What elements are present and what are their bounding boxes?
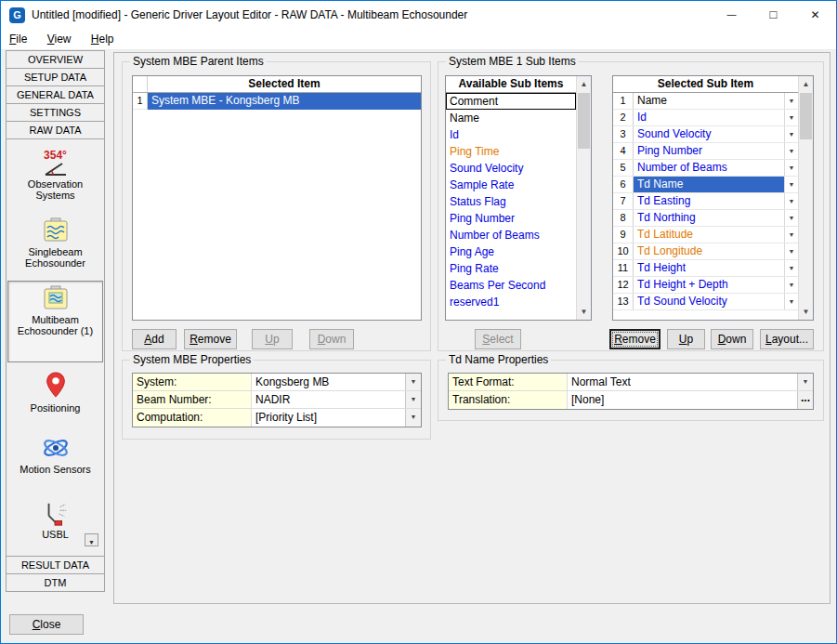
scroll-up-arrow-icon[interactable]: [799, 76, 813, 92]
list-item[interactable]: Name: [446, 110, 576, 126]
table-row[interactable]: 8 Td Northing: [613, 210, 798, 227]
text-format-value[interactable]: Normal Text: [568, 374, 797, 390]
scroll-down-arrow-icon[interactable]: [799, 304, 813, 320]
chevron-down-icon[interactable]: [784, 143, 798, 159]
chevron-down-icon[interactable]: [405, 374, 421, 390]
sidebar-item-dtm[interactable]: DTM: [6, 573, 105, 592]
chevron-down-icon[interactable]: [784, 110, 798, 125]
more-systems-button[interactable]: [85, 533, 98, 546]
list-item[interactable]: Ping Time: [446, 143, 576, 160]
list-item[interactable]: Sound Velocity: [446, 160, 576, 177]
layout-button[interactable]: Layout...: [760, 329, 814, 349]
ellipsis-button[interactable]: ...: [797, 391, 813, 409]
selected-sub-items-table[interactable]: Selected Sub Item 1 Name 2 Id 3 Sound Ve…: [612, 75, 814, 321]
remove-button[interactable]: Remove: [184, 329, 237, 349]
table-row[interactable]: 12 Td Height + Depth: [613, 277, 798, 294]
scroll-down-arrow-icon[interactable]: [577, 304, 591, 320]
sub-item-value[interactable]: Sound Velocity: [634, 126, 784, 142]
remove-sub-item-button[interactable]: Remove: [609, 329, 660, 349]
sidebar-item-overview[interactable]: OVERVIEW: [6, 50, 105, 69]
list-item[interactable]: Ping Number: [446, 210, 576, 227]
sidebar-item-multibeam-echosounder[interactable]: Multibeam Echosounder (1): [7, 281, 103, 362]
chevron-down-icon[interactable]: [784, 210, 798, 226]
chevron-down-icon[interactable]: [784, 93, 798, 109]
beam-number-value[interactable]: NADIR: [252, 391, 405, 408]
available-sub-items-list[interactable]: Available Sub Items Comment Name Id Ping…: [445, 75, 592, 321]
chevron-down-icon[interactable]: [784, 126, 798, 142]
chevron-down-icon[interactable]: [784, 177, 798, 192]
list-item[interactable]: Sample Rate: [446, 177, 576, 193]
table-row[interactable]: 7 Td Easting: [613, 193, 798, 210]
table-row[interactable]: 1 System MBE - Kongsberg MB: [133, 93, 421, 110]
table-row[interactable]: 11 Td Height: [613, 260, 798, 277]
sub-item-value[interactable]: Name: [634, 93, 784, 109]
chevron-down-icon[interactable]: [784, 243, 798, 259]
scrollbar-thumb[interactable]: [578, 93, 590, 149]
list-item[interactable]: Id: [446, 126, 576, 143]
computation-value[interactable]: [Priority List]: [252, 409, 405, 427]
list-item[interactable]: Ping Age: [446, 243, 576, 260]
sidebar-item-setup-data[interactable]: SETUP DATA: [6, 68, 105, 86]
maximize-button[interactable]: [752, 1, 794, 29]
chevron-down-icon[interactable]: [797, 374, 813, 390]
sidebar-item-raw-data[interactable]: RAW DATA: [6, 121, 105, 139]
chevron-down-icon[interactable]: [784, 277, 798, 293]
chevron-down-icon[interactable]: [405, 391, 421, 408]
up-button[interactable]: Up: [252, 329, 293, 349]
chevron-down-icon[interactable]: [784, 294, 798, 309]
list-item[interactable]: reserved1: [446, 294, 576, 310]
sidebar-item-motion-sensors[interactable]: Motion Sensors: [7, 431, 103, 494]
sub-item-value[interactable]: Td Longitude: [634, 243, 784, 259]
chevron-down-icon[interactable]: [784, 160, 798, 176]
table-row[interactable]: 9 Td Latitude: [613, 227, 798, 243]
list-item[interactable]: Ping Rate: [446, 260, 576, 277]
sidebar-item-positioning[interactable]: Positioning: [7, 368, 103, 429]
list-item[interactable]: Number of Beams: [446, 227, 576, 243]
sub-item-value[interactable]: Id: [634, 110, 784, 125]
sub-item-value[interactable]: Td Name: [634, 177, 784, 192]
parent-items-table[interactable]: Selected Item 1 System MBE - Kongsberg M…: [132, 75, 422, 321]
sub-item-value[interactable]: Ping Number: [634, 143, 784, 159]
chevron-down-icon[interactable]: [784, 193, 798, 209]
chevron-down-icon[interactable]: [784, 260, 798, 276]
sub-item-value[interactable]: Td Latitude: [634, 227, 784, 243]
parent-item-value[interactable]: System MBE - Kongsberg MB: [148, 93, 421, 110]
list-item[interactable]: Beams Per Second: [446, 277, 576, 294]
minimize-button[interactable]: [711, 1, 752, 29]
down-sub-item-button[interactable]: Down: [711, 329, 753, 349]
system-value[interactable]: Kongsberg MB: [252, 374, 405, 390]
table-row[interactable]: 5 Number of Beams: [613, 160, 798, 177]
list-item[interactable]: Status Flag: [446, 193, 576, 210]
sub-item-value[interactable]: Td Sound Velocity: [634, 294, 784, 309]
sub-item-value[interactable]: Td Northing: [634, 210, 784, 226]
list-item[interactable]: Comment: [446, 93, 576, 110]
table-row-selected[interactable]: 6 Td Name: [613, 177, 798, 193]
select-button[interactable]: Select: [475, 329, 521, 349]
down-button[interactable]: Down: [309, 329, 354, 349]
menu-file[interactable]: File: [1, 29, 35, 49]
sidebar-item-result-data[interactable]: RESULT DATA: [6, 556, 105, 574]
sub-item-value[interactable]: Td Height + Depth: [634, 277, 784, 293]
table-row[interactable]: 3 Sound Velocity: [613, 126, 798, 143]
scrollbar[interactable]: [576, 76, 591, 320]
table-row[interactable]: 10 Td Longitude: [613, 243, 798, 260]
title-bar[interactable]: G Untitled [modified] - Generic Driver L…: [1, 1, 836, 29]
translation-value[interactable]: [None]: [568, 391, 797, 409]
sidebar-item-general-data[interactable]: GENERAL DATA: [6, 85, 105, 104]
sub-item-value[interactable]: Td Height: [634, 260, 784, 276]
chevron-down-icon[interactable]: [784, 227, 798, 243]
table-row[interactable]: 2 Id: [613, 110, 798, 126]
scrollbar[interactable]: [798, 76, 813, 320]
add-button[interactable]: Add: [132, 329, 177, 349]
table-row[interactable]: 1 Name: [613, 93, 798, 110]
scrollbar-thumb[interactable]: [800, 93, 812, 139]
sidebar-item-settings[interactable]: SETTINGS: [6, 103, 105, 122]
sub-item-value[interactable]: Number of Beams: [634, 160, 784, 176]
menu-view[interactable]: View: [39, 29, 80, 49]
sidebar-item-singlebeam-echosounder[interactable]: Singlebeam Echosounder: [7, 214, 103, 279]
close-window-button[interactable]: [794, 1, 836, 29]
table-row[interactable]: 13 Td Sound Velocity: [613, 294, 798, 310]
table-row[interactable]: 4 Ping Number: [613, 143, 798, 160]
scroll-up-arrow-icon[interactable]: [577, 76, 591, 92]
sidebar-item-observation-systems[interactable]: 354° Observation Systems: [7, 147, 103, 206]
